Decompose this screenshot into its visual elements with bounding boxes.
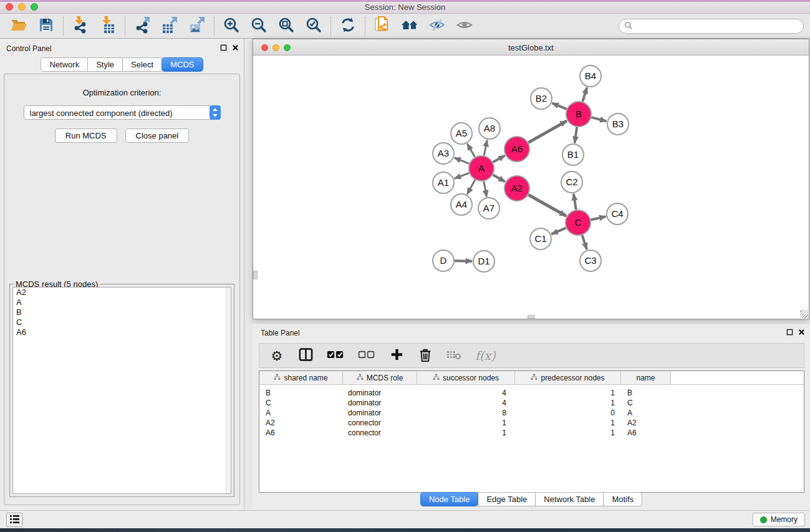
import-table-button[interactable]	[94, 16, 122, 37]
hide-details-button[interactable]	[423, 16, 451, 37]
graph-edge-B-B2[interactable]	[552, 103, 567, 109]
graph-edge-C-C1[interactable]	[551, 228, 566, 234]
graph-node-A8[interactable]: A8	[479, 118, 500, 139]
graph-edge-A-A5[interactable]	[467, 143, 475, 157]
result-list-item[interactable]: A	[13, 297, 231, 307]
refresh-view-button[interactable]	[334, 16, 362, 37]
graph-edge-A-A6[interactable]	[493, 156, 504, 162]
deselect-all-button[interactable]	[358, 350, 375, 361]
table-row[interactable]: Adominator80A	[259, 408, 804, 418]
graph-node-B2[interactable]: B2	[531, 88, 552, 109]
graph-node-C1[interactable]: C1	[530, 228, 551, 249]
float-table-panel-icon[interactable]	[786, 329, 793, 336]
zoom-in-button[interactable]	[218, 16, 245, 37]
graph-edge-A-A4[interactable]	[467, 180, 475, 194]
graph-node-C2[interactable]: C2	[561, 172, 582, 193]
resize-grip[interactable]	[800, 310, 808, 318]
tab-style[interactable]: Style	[87, 57, 123, 72]
table-row[interactable]: Bdominator41B	[259, 388, 804, 398]
result-list-item[interactable]: A6	[13, 327, 231, 337]
graph-node-A5[interactable]: A5	[451, 123, 472, 144]
graph-node-A7[interactable]: A7	[478, 198, 499, 219]
graph-node-A3[interactable]: A3	[433, 143, 454, 164]
export-network-button[interactable]	[128, 16, 156, 37]
graph-edge-B-B4[interactable]	[582, 87, 587, 102]
show-panels-button[interactable]	[6, 513, 22, 527]
split-panel-button[interactable]	[298, 347, 313, 364]
graph-node-B4[interactable]: B4	[580, 65, 601, 87]
column-header-name[interactable]: name	[621, 371, 671, 384]
criterion-dropdown[interactable]: largest connected component (directed)	[24, 105, 221, 120]
save-session-button[interactable]	[32, 16, 60, 37]
graph-node-C4[interactable]: C4	[607, 203, 628, 225]
result-list-item[interactable]: A2	[13, 288, 231, 297]
graph-edge-A-A1[interactable]	[455, 173, 470, 178]
graph-edge-C-C3[interactable]	[582, 235, 587, 249]
graph-edge-B-B1[interactable]	[575, 127, 577, 143]
column-header-predecessor-nodes[interactable]: predecessor nodes	[515, 371, 621, 384]
search-field[interactable]	[619, 19, 804, 34]
close-panel-icon[interactable]	[232, 44, 239, 51]
close-panel-button[interactable]: Close panel	[125, 128, 190, 143]
mcds-result-list[interactable]: A2ABCA6	[12, 287, 231, 494]
vertical-scrollbar-thumb[interactable]	[253, 271, 258, 279]
graph-node-C[interactable]: C	[566, 210, 591, 235]
dropdown-stepper-icon[interactable]	[210, 105, 221, 122]
select-all-button[interactable]	[327, 350, 344, 361]
graph-edge-C-C4[interactable]	[591, 216, 605, 220]
graph-node-A[interactable]: A	[469, 156, 494, 181]
table-row[interactable]: A6connector11A6	[259, 428, 804, 438]
result-list-item[interactable]: C	[13, 317, 231, 327]
graph-node-A4[interactable]: A4	[451, 194, 472, 215]
table-row[interactable]: A2connector11A2	[259, 418, 804, 428]
graph-node-D1[interactable]: D1	[473, 251, 494, 272]
table-tab-edge-table[interactable]: Edge Table	[478, 492, 536, 506]
search-input[interactable]	[635, 20, 803, 32]
export-table-button[interactable]	[156, 16, 183, 37]
network-canvas[interactable]: AA1A2A3A4A5A6A7A8BB1B2B3B4CC1C2C3C4DD1	[253, 56, 809, 319]
graph-node-B[interactable]: B	[566, 102, 591, 127]
function-builder-button[interactable]: f(x)	[475, 349, 496, 362]
network-window-titlebar[interactable]: testGlobe.txt	[253, 39, 809, 56]
graph-edge-A-A2[interactable]	[493, 175, 505, 181]
graph-node-D[interactable]: D	[433, 250, 454, 271]
tab-network[interactable]: Network	[41, 57, 88, 72]
graph-edge-A-A3[interactable]	[455, 158, 470, 163]
horizontal-scrollbar-thumb[interactable]	[528, 315, 535, 319]
graph-edge-B-B3[interactable]	[591, 117, 606, 121]
zoom-fit-button[interactable]	[272, 16, 300, 37]
result-scrollbar[interactable]	[226, 288, 231, 493]
run-mcds-button[interactable]: Run MCDS	[55, 128, 117, 143]
table-row[interactable]: Cdominator41C	[259, 398, 804, 408]
delete-table-button[interactable]	[446, 349, 461, 362]
graph-edge-A-A8[interactable]	[484, 140, 487, 156]
open-session-button[interactable]	[5, 16, 32, 37]
graph-node-A6[interactable]: A6	[504, 137, 529, 162]
tab-mcds[interactable]: MCDS	[162, 57, 203, 72]
table-tab-motifs[interactable]: Motifs	[603, 492, 642, 506]
tab-select[interactable]: Select	[122, 57, 162, 72]
zoom-selected-button[interactable]	[300, 16, 327, 37]
graph-edge-C-C2[interactable]	[574, 194, 576, 210]
graph-node-A2[interactable]: A2	[504, 176, 529, 201]
graph-edge-A2-C[interactable]	[528, 195, 566, 216]
result-list-item[interactable]: B	[13, 307, 231, 317]
graph-edge-A6-B[interactable]	[528, 121, 567, 143]
import-network-button[interactable]	[67, 16, 94, 37]
graph-node-C3[interactable]: C3	[580, 250, 601, 271]
clone-network-button[interactable]	[369, 16, 396, 37]
close-table-panel-icon[interactable]	[798, 329, 805, 336]
graph-node-A1[interactable]: A1	[433, 172, 454, 193]
float-panel-icon[interactable]	[220, 44, 227, 51]
column-header-shared-name[interactable]: shared name	[259, 371, 343, 384]
graph-node-B1[interactable]: B1	[562, 144, 584, 165]
graph-node-B3[interactable]: B3	[607, 114, 629, 135]
add-column-button[interactable]	[389, 348, 404, 363]
table-tab-node-table[interactable]: Node Table	[420, 492, 479, 506]
table-tab-network-table[interactable]: Network Table	[535, 492, 604, 506]
column-header-successor-nodes[interactable]: successor nodes	[417, 371, 515, 384]
export-image-button[interactable]	[183, 16, 211, 37]
graph-edge-A-A7[interactable]	[484, 181, 487, 197]
memory-button[interactable]: Memory	[753, 513, 805, 526]
show-details-button[interactable]	[451, 16, 478, 37]
